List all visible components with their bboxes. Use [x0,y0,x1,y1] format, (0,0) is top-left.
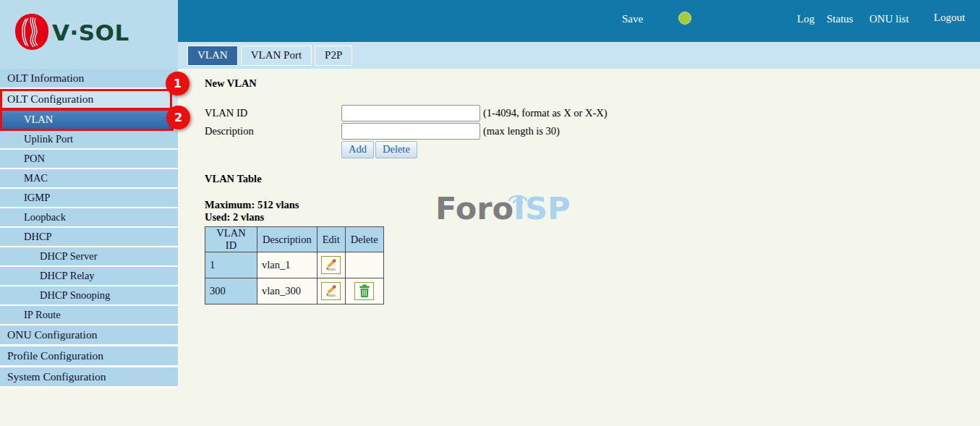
topbar: Save Log Status ONU list Logout [178,0,980,42]
logout-button[interactable]: Logout [934,12,965,24]
delete-cell [345,252,383,278]
delete-vlan-button[interactable] [354,282,374,300]
vlan-id-cell: 1 [205,252,257,278]
delete-button[interactable]: Delete [375,141,417,158]
tab-vlan-port[interactable]: VLAN Port [241,46,312,66]
logo-panel: V·SOL [0,0,178,69]
sidebar-item-uplink-port[interactable]: Uplink Port [0,130,178,148]
description-hint: (max length is 30) [483,125,560,137]
pencil-icon [323,263,339,274]
table-row: 300 vlan_300 [205,278,384,304]
vlan-id-cell: 300 [205,278,257,304]
edit-vlan-button[interactable] [321,256,341,274]
column-header-delete: Delete [345,227,383,252]
tab-vlan[interactable]: VLAN [187,46,238,66]
vlan-used-label: Used: 2 vlans [205,211,980,223]
description-input[interactable] [341,123,480,140]
sidebar-item-onu-configuration[interactable]: ONU Configuration [0,325,178,344]
edit-cell [317,252,345,278]
vlan-id-label: VLAN ID [205,107,341,119]
pencil-icon [323,289,339,300]
description-label: Description [205,125,341,137]
status-indicator-dot [678,12,691,25]
description-cell: vlan_300 [257,278,318,304]
sidebar-item-dhcp-server[interactable]: DHCP Server [0,247,178,265]
save-button[interactable]: Save [622,13,643,25]
edit-vlan-button[interactable] [321,282,341,300]
sidebar-item-pon[interactable]: PON [0,150,178,168]
sidebar-item-profile-configuration[interactable]: Profile Configuration [0,346,178,365]
sidebar-item-dhcp-relay[interactable]: DHCP Relay [0,267,178,285]
table-row: 1 vlan_1 [205,252,384,278]
sidebar-nav: OLT Information OLT Configuration VLAN U… [0,69,178,388]
vsol-logo-icon [14,13,50,54]
vlan-table: VLAN IDDescriptionEditDelete 1 vlan_1 30 [205,226,384,304]
sidebar-item-loopback[interactable]: Loopback [0,208,178,226]
description-cell: vlan_1 [257,252,318,278]
log-link[interactable]: Log [797,13,814,25]
sidebar-item-vlan[interactable]: VLAN [0,111,178,129]
tab-strip: VLAN VLAN Port P2P [178,42,980,69]
sidebar-item-ip-route[interactable]: IP Route [0,306,178,324]
brand-name: V·SOL [52,20,129,46]
sidebar-item-dhcp-snooping[interactable]: DHCP Snooping [0,286,178,304]
annotation-step-1-badge: 1 [166,72,189,95]
vlan-id-hint: (1-4094, format as X or X-X) [483,107,608,119]
status-link[interactable]: Status [827,13,853,25]
sidebar-item-olt-information[interactable]: OLT Information [0,69,178,88]
add-button[interactable]: Add [341,141,374,158]
edit-cell [317,278,345,304]
sidebar-item-olt-configuration[interactable]: OLT Configuration [0,90,178,108]
new-vlan-form: VLAN ID (1-4094, format as X or X-X) Des… [205,104,980,158]
tab-p2p[interactable]: P2P [315,46,352,66]
sidebar-item-system-configuration[interactable]: System Configuration [0,367,178,386]
trash-icon [357,289,372,300]
delete-cell [345,278,383,304]
vlan-counts: Maximum: 512 vlans Used: 2 vlans [205,199,980,223]
vlan-table-title: VLAN Table [205,173,980,185]
new-vlan-title: New VLAN [205,77,980,90]
onu-list-link[interactable]: ONU list [869,13,909,25]
column-header-vlan-id: VLAN ID [205,227,257,252]
column-header-edit: Edit [317,227,345,252]
sidebar-item-igmp[interactable]: IGMP [0,189,178,207]
main-content: New VLAN VLAN ID (1-4094, format as X or… [178,69,980,426]
annotation-step-2-badge: 2 [166,106,190,129]
column-header-description: Description [257,227,318,252]
vlan-maximum-label: Maximum: 512 vlans [205,199,980,211]
sidebar-item-mac[interactable]: MAC [0,169,178,187]
vlan-id-input[interactable] [341,105,480,122]
sidebar-item-dhcp[interactable]: DHCP [0,228,178,246]
